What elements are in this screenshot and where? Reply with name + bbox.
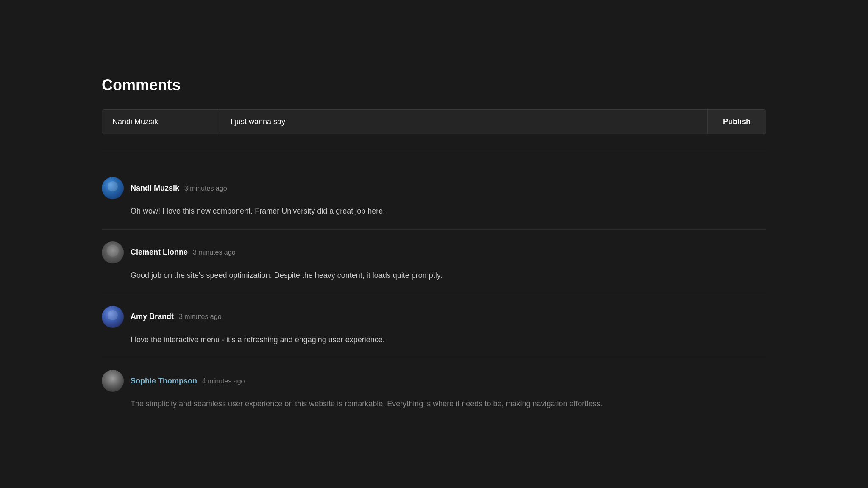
comment-time: 3 minutes ago [184,185,227,192]
comment-header: Amy Brandt 3 minutes ago [102,306,766,328]
comment-item: Nandi Muzsik 3 minutes ago Oh wow! I lov… [102,165,766,230]
name-input[interactable] [102,109,220,134]
comment-author: Clement Lionne [131,248,188,257]
comment-author: Amy Brandt [131,312,174,321]
comment-text: Good job on the site's speed optimizatio… [131,269,766,282]
comment-time: 4 minutes ago [202,377,245,385]
comment-item: Amy Brandt 3 minutes ago I love the inte… [102,294,766,358]
avatar [102,370,124,392]
avatar [102,306,124,328]
comment-item: Clement Lionne 3 minutes ago Good job on… [102,230,766,294]
comment-text: The simplicity and seamless user experie… [131,398,766,410]
comment-form: Publish [102,109,766,150]
comment-author-info: Nandi Muzsik 3 minutes ago [131,184,227,193]
publish-button[interactable]: Publish [708,109,766,134]
avatar [102,241,124,263]
comment-text: Oh wow! I love this new component. Frame… [131,205,766,217]
comments-list: Nandi Muzsik 3 minutes ago Oh wow! I lov… [102,165,766,422]
comment-author: Sophie Thompson [131,377,197,385]
comment-author-info: Clement Lionne 3 minutes ago [131,248,236,257]
comment-author-info: Sophie Thompson 4 minutes ago [131,377,245,385]
comment-header: Clement Lionne 3 minutes ago [102,241,766,263]
comment-time: 3 minutes ago [193,249,236,256]
comment-item: Sophie Thompson 4 minutes ago The simpli… [102,358,766,422]
comment-header: Sophie Thompson 4 minutes ago [102,370,766,392]
comments-heading: Comments [102,76,766,94]
comment-author-info: Amy Brandt 3 minutes ago [131,312,222,321]
comment-input[interactable] [220,109,708,134]
avatar [102,177,124,199]
comment-author: Nandi Muzsik [131,184,179,193]
comment-time: 3 minutes ago [179,313,222,321]
comment-header: Nandi Muzsik 3 minutes ago [102,177,766,199]
comment-text: I love the interactive menu - it's a ref… [131,334,766,346]
